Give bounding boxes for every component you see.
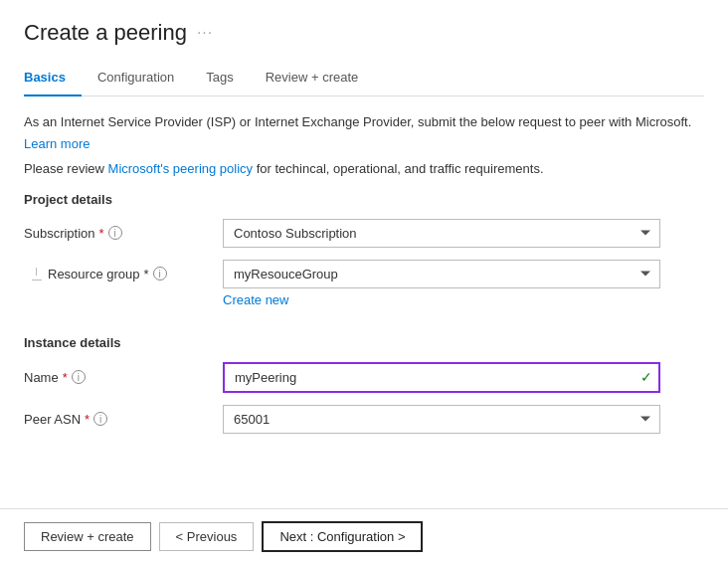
page-title: Create a peering (24, 20, 187, 46)
peer-asn-select-wrapper: 65001 (223, 405, 660, 434)
tab-configuration[interactable]: Configuration (82, 62, 190, 96)
page-title-ellipsis: ··· (197, 24, 213, 42)
resource-group-label: Resource group * i (48, 267, 167, 282)
tab-tags[interactable]: Tags (190, 62, 249, 96)
name-label: Name * i (24, 370, 223, 385)
previous-button[interactable]: < Previous (159, 522, 255, 551)
tab-basics[interactable]: Basics (24, 62, 82, 96)
resource-group-control: myResouceGroup (223, 260, 660, 288)
tab-bar: Basics Configuration Tags Review + creat… (24, 62, 704, 96)
subscription-info-icon[interactable]: i (108, 226, 122, 240)
create-new-link[interactable]: Create new (223, 292, 288, 307)
name-input[interactable] (223, 362, 660, 393)
instance-details-section: Instance details Name * i Peer ASN * i (24, 335, 704, 434)
subscription-required: * (99, 226, 104, 241)
next-configuration-button[interactable]: Next : Configuration > (262, 521, 423, 552)
policy-prefix: Please review (24, 161, 108, 176)
subscription-select[interactable]: Contoso Subscription (223, 219, 660, 248)
peer-asn-select[interactable]: 65001 (223, 405, 660, 434)
policy-link[interactable]: Microsoft's peering policy (108, 161, 254, 176)
rg-indent-decoration: Resource group * i (32, 267, 167, 282)
line-h (32, 280, 42, 281)
peer-asn-info-icon[interactable]: i (93, 412, 107, 426)
tab-review-create[interactable]: Review + create (250, 62, 375, 96)
instance-details-header: Instance details (24, 335, 704, 350)
learn-more-link[interactable]: Learn more (24, 136, 90, 151)
name-control (223, 362, 660, 393)
subscription-field: Subscription * i Contoso Subscription (24, 219, 704, 248)
info-section: As an Internet Service Provider (ISP) or… (24, 112, 704, 151)
subscription-label: Subscription * i (24, 226, 223, 241)
policy-suffix: for techincal, operational, and traffic … (253, 161, 543, 176)
peer-asn-control: 65001 (223, 405, 660, 434)
create-new-container: Create new (24, 292, 704, 319)
line-v (36, 268, 37, 276)
rg-info-icon[interactable]: i (153, 267, 167, 281)
subscription-control: Contoso Subscription (223, 219, 660, 248)
info-description: As an Internet Service Provider (ISP) or… (24, 112, 704, 132)
rg-select-wrapper: myResouceGroup (223, 260, 660, 288)
peer-asn-label: Peer ASN * i (24, 412, 223, 427)
name-info-icon[interactable]: i (72, 370, 86, 384)
policy-text: Please review Microsoft's peering policy… (24, 161, 704, 176)
resource-group-label-area: Resource group * i (24, 267, 223, 282)
name-input-wrapper (223, 362, 660, 393)
footer: Review + create < Previous Next : Config… (0, 508, 728, 564)
resource-group-row: Resource group * i myResouceGroup (24, 260, 704, 288)
subscription-select-wrapper: Contoso Subscription (223, 219, 660, 248)
rg-required: * (144, 267, 149, 282)
name-field: Name * i (24, 362, 704, 393)
peer-asn-required: * (85, 412, 90, 427)
resource-group-select[interactable]: myResouceGroup (223, 260, 660, 288)
peer-asn-field: Peer ASN * i 65001 (24, 405, 704, 434)
page-title-area: Create a peering ··· (24, 20, 704, 46)
rg-lines (32, 268, 42, 281)
name-required: * (63, 370, 68, 385)
project-details-header: Project details (24, 192, 704, 207)
review-create-button[interactable]: Review + create (24, 522, 151, 551)
